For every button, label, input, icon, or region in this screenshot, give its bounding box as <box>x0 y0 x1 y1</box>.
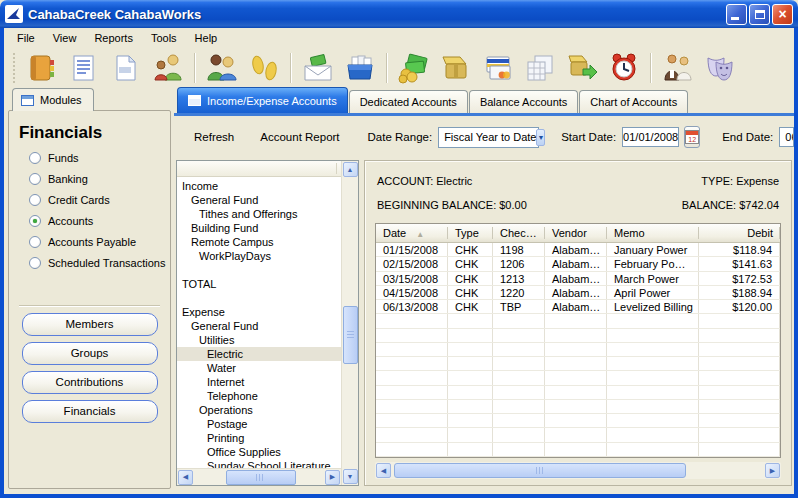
treasure-chest-icon[interactable] <box>440 52 472 84</box>
tree-column-header[interactable] <box>177 161 341 177</box>
footprints-icon[interactable] <box>248 52 280 84</box>
scrollbar-thumb[interactable] <box>343 306 358 364</box>
envelope-money-icon[interactable] <box>302 52 334 84</box>
family-icon[interactable] <box>152 52 184 84</box>
toolbar-grip[interactable] <box>13 53 16 83</box>
tab-chart-of-accounts[interactable]: Chart of Accounts <box>579 90 688 113</box>
menu-view[interactable]: View <box>44 30 86 46</box>
column-header-vendor[interactable]: Vendor <box>545 224 607 242</box>
tab-dedicated-accounts[interactable]: Dedicated Accounts <box>349 90 468 113</box>
calendar-button[interactable]: 12 <box>684 126 700 148</box>
blank-document-icon[interactable] <box>110 52 142 84</box>
table-row[interactable]: 04/15/2008 CHK 1220 Alabam… April Power … <box>376 286 780 300</box>
tree-item[interactable]: Internet <box>177 375 341 389</box>
tree-item[interactable]: Operations <box>177 403 341 417</box>
radio-circle-selected-icon <box>29 215 41 227</box>
scroll-right-icon[interactable]: ▶ <box>765 463 780 478</box>
tree-item[interactable]: Postage <box>177 417 341 431</box>
tree-item-selected[interactable]: Electric <box>177 347 341 361</box>
menu-help[interactable]: Help <box>186 30 227 46</box>
scrollbar-thumb[interactable] <box>394 463 686 478</box>
radio-banking[interactable]: Banking <box>29 173 166 185</box>
table-row[interactable]: 06/13/2008 CHK TBP Alabam… Levelized Bil… <box>376 300 780 314</box>
financials-button[interactable]: Financials <box>22 400 158 423</box>
menu-tools[interactable]: Tools <box>142 30 186 46</box>
tree-item[interactable]: Office Supplies <box>177 445 341 459</box>
scrollbar-track[interactable] <box>343 178 358 468</box>
table-row[interactable]: 01/15/2008 CHK 1198 Alabam… January Powe… <box>376 243 780 257</box>
refresh-button[interactable]: Refresh <box>188 128 240 146</box>
tree-item[interactable]: General Fund <box>177 193 341 207</box>
chevron-down-icon[interactable]: ▼ <box>536 129 545 146</box>
radio-accounts[interactable]: Accounts <box>29 215 166 227</box>
groups-button[interactable]: Groups <box>22 342 158 365</box>
table-row[interactable]: 02/15/2008 CHK 1206 Alabam… February Po…… <box>376 257 780 271</box>
tree-item[interactable]: Remote Campus <box>177 235 341 249</box>
report-document-icon[interactable] <box>68 52 100 84</box>
date-range-select[interactable]: Fiscal Year to Date ▼ <box>438 127 539 148</box>
tab-modules[interactable]: Modules <box>12 88 94 111</box>
column-header-memo[interactable]: Memo <box>607 224 699 242</box>
scroll-up-icon[interactable]: ▲ <box>343 162 358 177</box>
menu-file[interactable]: File <box>8 30 44 46</box>
column-header-date[interactable]: Date▲ <box>376 224 448 242</box>
tab-balance-accounts[interactable]: Balance Accounts <box>469 90 578 113</box>
column-header-debit[interactable]: Debit <box>699 224 780 242</box>
box-export-icon[interactable] <box>566 52 598 84</box>
cell-debit: $141.63 <box>699 257 780 270</box>
tree-item[interactable]: WorkPlayDays <box>177 249 341 263</box>
menu-reports[interactable]: Reports <box>85 30 142 46</box>
alarm-clock-icon[interactable] <box>608 52 640 84</box>
title-bar[interactable]: CahabaCreek CahabaWorks × <box>0 0 798 28</box>
scroll-right-icon[interactable]: ▶ <box>325 470 340 485</box>
tree-item[interactable]: Water <box>177 361 341 375</box>
scroll-left-icon[interactable]: ◀ <box>376 463 391 478</box>
column-header-check[interactable]: Chec… <box>493 224 545 242</box>
table-grid-icon[interactable] <box>524 52 556 84</box>
scrollbar-track[interactable] <box>195 470 323 485</box>
tree-item[interactable]: Telephone <box>177 389 341 403</box>
scrollbar-thumb[interactable] <box>226 470 296 485</box>
tree-item[interactable]: Expense <box>177 305 341 319</box>
two-people-icon[interactable] <box>206 52 238 84</box>
start-date-input[interactable]: 01/01/2008 <box>622 127 679 147</box>
couple-icon[interactable] <box>662 52 694 84</box>
account-detail-panel: ACCOUNT: Electric TYPE: Expense BEGINNIN… <box>364 160 792 486</box>
money-icon[interactable] <box>398 52 430 84</box>
tree-item[interactable]: Sunday School Literature <box>177 459 341 468</box>
card-file-icon[interactable] <box>344 52 376 84</box>
tree-item[interactable]: Utilities <box>177 333 341 347</box>
scroll-down-icon[interactable]: ▼ <box>343 469 358 484</box>
tree-item[interactable]: Printing <box>177 431 341 445</box>
calendar-icon: 12 <box>685 130 699 144</box>
radio-accounts-payable[interactable]: Accounts Payable <box>29 236 166 248</box>
radio-scheduled-transactions[interactable]: Scheduled Transactions <box>29 257 166 269</box>
maximize-button[interactable] <box>749 4 770 25</box>
tree-vertical-scrollbar[interactable]: ▲ ▼ <box>341 161 358 485</box>
table-row[interactable]: 03/15/2008 CHK 1213 Alabam… March Power … <box>376 272 780 286</box>
tree-item[interactable]: Income <box>177 179 341 193</box>
end-date-input[interactable]: 06/16/2008 <box>779 127 794 147</box>
column-header-type[interactable]: Type <box>448 224 493 242</box>
radio-funds[interactable]: Funds <box>29 152 166 164</box>
table-horizontal-scrollbar[interactable]: ◀ ▶ <box>375 462 781 479</box>
tree-item[interactable]: Tithes and Offerings <box>177 207 341 221</box>
members-button[interactable]: Members <box>22 313 158 336</box>
minimize-button[interactable] <box>726 4 747 25</box>
theater-masks-icon[interactable] <box>704 52 736 84</box>
minimize-icon <box>731 17 739 20</box>
scroll-left-icon[interactable]: ◀ <box>178 470 193 485</box>
address-book-icon[interactable] <box>26 52 58 84</box>
cell-memo: April Power <box>607 286 699 299</box>
close-button[interactable]: × <box>772 4 793 25</box>
cell-vendor: Alabam… <box>545 300 607 313</box>
contributions-button[interactable]: Contributions <box>22 371 158 394</box>
tree-item[interactable]: TOTAL <box>177 277 341 291</box>
radio-credit-cards[interactable]: Credit Cards <box>29 194 166 206</box>
tree-horizontal-scrollbar[interactable]: ◀ ▶ <box>177 468 341 485</box>
account-report-button[interactable]: Account Report <box>254 128 345 146</box>
credit-cards-icon[interactable] <box>482 52 514 84</box>
tree-item[interactable]: General Fund <box>177 319 341 333</box>
tree-item[interactable]: Building Fund <box>177 221 341 235</box>
tab-income-expense-accounts[interactable]: Income/Expense Accounts <box>177 87 348 113</box>
